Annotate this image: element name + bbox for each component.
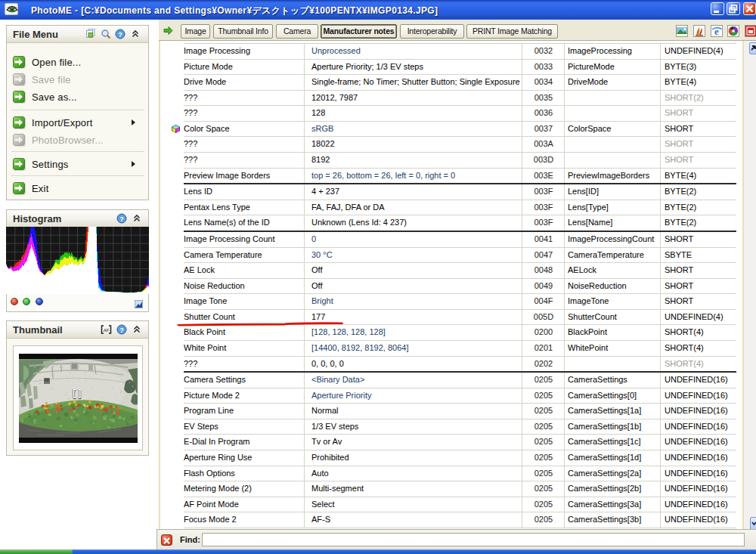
svg-text:?: ?: [119, 327, 124, 334]
svg-text:AF: AF: [104, 328, 110, 333]
svg-text:?: ?: [119, 215, 124, 223]
svg-text:?: ?: [118, 31, 122, 39]
